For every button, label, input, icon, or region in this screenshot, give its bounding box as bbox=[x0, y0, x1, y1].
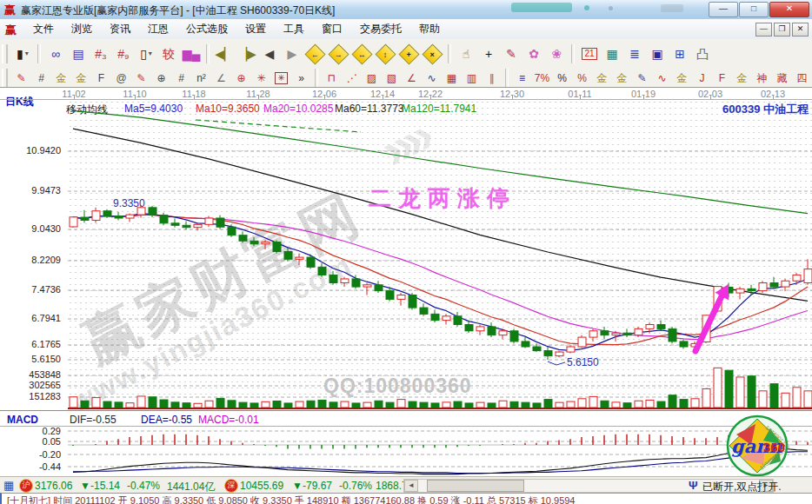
mdi-minimize-button[interactable]: — bbox=[755, 23, 772, 36]
status-bar: ▦ 沪 3176.06 ▼ -15.14 -0.47% 1441.04亿 深 1… bbox=[0, 476, 812, 494]
export-icon[interactable]: ⊞ bbox=[669, 43, 691, 65]
menu-item-文件[interactable]: 文件 bbox=[24, 20, 63, 38]
period-kline-dropdown[interactable]: ▮▾ bbox=[11, 43, 34, 65]
scrollbar-thumb[interactable] bbox=[427, 480, 524, 492]
dense-grid-icon[interactable]: ▦ bbox=[442, 70, 462, 87]
menu-item-帮助[interactable]: 帮助 bbox=[410, 20, 449, 38]
menu-item-浏览[interactable]: 浏览 bbox=[63, 20, 101, 38]
gann-box-icon[interactable]: ⊓ bbox=[322, 70, 342, 87]
connection-antenna-icon[interactable]: Ψ bbox=[689, 479, 698, 492]
gold-ratio-icon[interactable]: 金 bbox=[672, 70, 692, 87]
fan-lines-icon[interactable]: ⋰ bbox=[342, 70, 362, 87]
menu-item-窗口[interactable]: 窗口 bbox=[313, 20, 351, 38]
zigzag-icon[interactable]: ∿ bbox=[422, 70, 442, 87]
toolbar-grip[interactable] bbox=[2, 69, 8, 88]
macd-chart[interactable] bbox=[0, 426, 812, 476]
fib-grid-icon[interactable]: F bbox=[91, 70, 111, 87]
toolbar-grip[interactable] bbox=[2, 44, 8, 63]
minimize-button[interactable]: — bbox=[709, 2, 738, 17]
j-angle-icon[interactable]: J bbox=[692, 70, 712, 87]
menu-item-设置[interactable]: 设置 bbox=[236, 20, 275, 38]
pencil-icon[interactable]: ✎ bbox=[131, 70, 151, 87]
step-forward-icon[interactable]: ▶ bbox=[281, 43, 303, 65]
titlebar-watermark-dot bbox=[609, 6, 613, 10]
f10-report-icon[interactable]: ▤ bbox=[67, 43, 90, 65]
step-back-icon[interactable]: ◀ bbox=[258, 43, 281, 65]
menu-item-工具[interactable]: 工具 bbox=[275, 20, 313, 38]
hatch-box-icon[interactable]: ▧ bbox=[382, 70, 402, 87]
mdi-close-button[interactable]: ✕ bbox=[792, 23, 809, 36]
parallel-lines-icon[interactable]: ∥ bbox=[482, 70, 502, 87]
annotate-pen-icon[interactable]: ✎ bbox=[500, 43, 522, 65]
percent-icon[interactable]: % bbox=[552, 70, 572, 87]
gold-circle-icon[interactable]: 金 bbox=[592, 70, 612, 87]
f-angle-icon[interactable]: F bbox=[712, 70, 732, 87]
calculator-icon[interactable]: ▦ bbox=[601, 43, 623, 65]
scroll-left-arrow-icon[interactable]: ◄ bbox=[404, 480, 418, 492]
price-scale-icon[interactable]: ≡ bbox=[512, 70, 532, 87]
ma3-icon[interactable]: #₃ bbox=[90, 43, 112, 65]
gold-lines-icon[interactable]: 金 bbox=[612, 70, 632, 87]
percent7-icon[interactable]: 7% bbox=[532, 70, 552, 87]
gold-grid2-icon[interactable]: 金 bbox=[71, 70, 91, 87]
scroll-left-diamond-icon[interactable]: ← bbox=[303, 43, 327, 65]
jump-last-icon[interactable]: ▕▶ bbox=[236, 43, 258, 65]
percent-line-icon[interactable]: % bbox=[572, 70, 592, 87]
color-histogram-icon[interactable]: ▆▄ bbox=[180, 43, 203, 65]
boxed-burst-icon[interactable]: ✳ bbox=[271, 70, 291, 87]
hand-tool-icon[interactable]: ☝ bbox=[455, 43, 477, 65]
shen-angle-icon[interactable]: 神 bbox=[752, 70, 772, 87]
gann-curve-icon[interactable]: ∞ bbox=[44, 43, 67, 65]
title-bar[interactable]: 赢 赢家江恩专业版[赢家内部服务平台] - [中油工程 SH600339-70日… bbox=[0, 0, 812, 20]
fan2-icon[interactable]: ∠ bbox=[402, 70, 422, 87]
zoom-in-diamond-icon[interactable]: + bbox=[397, 43, 421, 65]
candle-style-dropdown[interactable]: ▯▾ bbox=[135, 43, 157, 65]
gann-wheel-icon[interactable]: ⊕ bbox=[151, 70, 171, 87]
grid-plain-icon[interactable]: # bbox=[171, 70, 191, 87]
zoom-all-diamond-icon[interactable]: ↕ bbox=[374, 43, 397, 65]
menu-item-江恩[interactable]: 江恩 bbox=[139, 20, 177, 38]
brain-tool-icon[interactable]: ❀ bbox=[545, 43, 568, 65]
si-angle-icon[interactable]: 四 bbox=[792, 70, 812, 87]
compare-icon[interactable]: 较 bbox=[157, 43, 180, 65]
spiral-icon[interactable]: @ bbox=[111, 70, 131, 87]
toolbar-separator bbox=[315, 69, 318, 88]
candle-info-line: [十月初七] 时间 20111102 开 9.1050 高 9.3350 低 9… bbox=[0, 493, 812, 504]
gold-angle-icon[interactable]: 金 bbox=[732, 70, 752, 87]
shaded-box-icon[interactable]: ▨ bbox=[362, 70, 382, 87]
cang-angle-icon[interactable]: 藏 bbox=[772, 70, 792, 87]
quote-table-icon[interactable]: ▦ bbox=[3, 479, 14, 492]
menu-item-公式选股[interactable]: 公式选股 bbox=[177, 20, 236, 38]
jump-first-icon[interactable]: ◀▏ bbox=[213, 43, 236, 65]
gann-grid-icon[interactable]: # bbox=[31, 70, 51, 87]
gold-grid-icon[interactable]: 金 bbox=[51, 70, 71, 87]
menu-item-交易委托[interactable]: 交易委托 bbox=[351, 20, 410, 38]
zoom-out-diamond-icon[interactable]: × bbox=[421, 43, 444, 65]
crosshair-tool-icon[interactable]: + bbox=[477, 43, 500, 65]
corner-grid-icon[interactable]: ▥ bbox=[462, 70, 482, 87]
save-icon[interactable]: ▣ bbox=[646, 43, 669, 65]
more-tools-chevron[interactable]: » bbox=[291, 70, 311, 87]
maximize-button[interactable]: □ bbox=[739, 2, 769, 17]
square-n2-icon[interactable]: n² bbox=[191, 70, 211, 87]
brush-icon[interactable]: ✎ bbox=[11, 70, 31, 87]
angle-tool-icon[interactable]: ∠ bbox=[211, 70, 231, 87]
starburst-icon[interactable]: ✳ bbox=[251, 70, 271, 87]
macd-indicator-label[interactable]: MACD bbox=[7, 414, 38, 426]
price-pen-icon[interactable]: ✎ bbox=[632, 70, 652, 87]
close-button[interactable]: ✕ bbox=[769, 2, 809, 17]
toolbar-separator bbox=[571, 44, 575, 63]
mdi-restore-button[interactable]: ❐ bbox=[774, 23, 790, 36]
wave-icon[interactable]: ∿ bbox=[652, 70, 672, 87]
candlestick-chart[interactable]: 9.33505.6150 bbox=[0, 99, 812, 410]
flower-tool-icon[interactable]: ✿ bbox=[522, 43, 545, 65]
ma9-icon[interactable]: #₉ bbox=[112, 43, 135, 65]
scroll-right-diamond-icon[interactable]: → bbox=[327, 43, 350, 65]
print-icon[interactable]: 凸 bbox=[691, 43, 714, 65]
calendar-icon[interactable]: 21 bbox=[578, 43, 601, 65]
target-icon[interactable]: ⊕ bbox=[231, 70, 251, 87]
zoom-horizontal-diamond-icon[interactable]: ↔ bbox=[350, 43, 374, 65]
menu-item-资讯[interactable]: 资讯 bbox=[101, 20, 139, 38]
notepad-icon[interactable]: ≣ bbox=[623, 43, 646, 65]
annotation-highlight: 二龙两涨停 bbox=[369, 183, 516, 214]
